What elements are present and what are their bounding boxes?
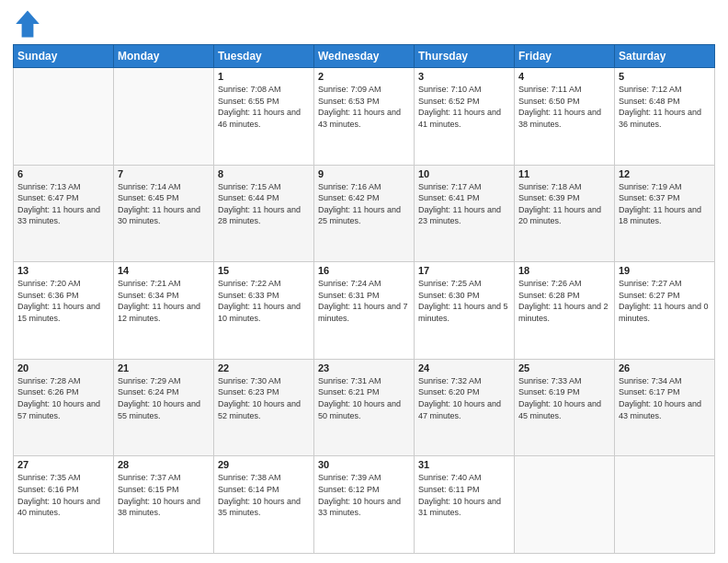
day-number: 16 [318,265,410,276]
day-cell: 6Sunrise: 7:13 AM Sunset: 6:47 PM Daylig… [14,165,114,262]
day-cell: 27Sunrise: 7:35 AM Sunset: 6:16 PM Dayli… [14,456,114,554]
day-cell: 1Sunrise: 7:08 AM Sunset: 6:55 PM Daylig… [214,68,314,166]
header-cell-monday: Monday [114,45,214,68]
day-info: Sunrise: 7:13 AM Sunset: 6:47 PM Dayligh… [17,181,109,227]
logo-icon [13,9,42,39]
day-info: Sunrise: 7:10 AM Sunset: 6:52 PM Dayligh… [418,84,510,130]
day-cell: 24Sunrise: 7:32 AM Sunset: 6:20 PM Dayli… [415,359,515,456]
day-number: 23 [318,362,410,373]
day-cell: 26Sunrise: 7:34 AM Sunset: 6:17 PM Dayli… [615,359,715,456]
day-info: Sunrise: 7:40 AM Sunset: 6:11 PM Dayligh… [418,472,510,518]
day-number: 26 [619,362,711,373]
day-cell: 3Sunrise: 7:10 AM Sunset: 6:52 PM Daylig… [415,68,515,166]
day-info: Sunrise: 7:12 AM Sunset: 6:48 PM Dayligh… [619,84,711,130]
day-number: 19 [619,265,711,276]
day-number: 28 [118,459,210,470]
day-number: 31 [418,459,510,470]
day-number: 12 [619,168,711,179]
day-number: 22 [218,362,310,373]
day-cell: 31Sunrise: 7:40 AM Sunset: 6:11 PM Dayli… [415,456,515,554]
day-cell: 17Sunrise: 7:25 AM Sunset: 6:30 PM Dayli… [415,262,515,360]
svg-marker-0 [16,11,40,38]
day-info: Sunrise: 7:19 AM Sunset: 6:37 PM Dayligh… [619,181,711,227]
day-number: 27 [17,459,109,470]
day-info: Sunrise: 7:38 AM Sunset: 6:14 PM Dayligh… [218,472,310,518]
week-row-5: 27Sunrise: 7:35 AM Sunset: 6:16 PM Dayli… [14,456,715,554]
day-cell: 10Sunrise: 7:17 AM Sunset: 6:41 PM Dayli… [415,165,515,262]
day-info: Sunrise: 7:26 AM Sunset: 6:28 PM Dayligh… [518,278,610,324]
calendar-table: SundayMondayTuesdayWednesdayThursdayFrid… [13,44,715,554]
day-number: 21 [118,362,210,373]
day-cell: 9Sunrise: 7:16 AM Sunset: 6:42 PM Daylig… [314,165,415,262]
day-info: Sunrise: 7:30 AM Sunset: 6:23 PM Dayligh… [218,375,310,421]
header-cell-thursday: Thursday [415,45,515,68]
day-number: 7 [118,168,210,179]
day-cell: 15Sunrise: 7:22 AM Sunset: 6:33 PM Dayli… [214,262,314,360]
logo [13,9,46,39]
day-info: Sunrise: 7:31 AM Sunset: 6:21 PM Dayligh… [318,375,410,421]
day-number: 10 [418,168,510,179]
day-cell: 11Sunrise: 7:18 AM Sunset: 6:39 PM Dayli… [515,165,615,262]
header-cell-sunday: Sunday [14,45,114,68]
day-number: 5 [619,71,711,82]
day-info: Sunrise: 7:15 AM Sunset: 6:44 PM Dayligh… [218,181,310,227]
page: SundayMondayTuesdayWednesdayThursdayFrid… [0,0,728,563]
day-info: Sunrise: 7:29 AM Sunset: 6:24 PM Dayligh… [118,375,210,421]
day-cell [114,68,214,166]
calendar-header: SundayMondayTuesdayWednesdayThursdayFrid… [14,45,715,68]
day-cell: 22Sunrise: 7:30 AM Sunset: 6:23 PM Dayli… [214,359,314,456]
day-cell: 29Sunrise: 7:38 AM Sunset: 6:14 PM Dayli… [214,456,314,554]
day-cell: 4Sunrise: 7:11 AM Sunset: 6:50 PM Daylig… [515,68,615,166]
day-info: Sunrise: 7:18 AM Sunset: 6:39 PM Dayligh… [518,181,610,227]
day-number: 18 [518,265,610,276]
day-number: 6 [17,168,109,179]
day-cell: 25Sunrise: 7:33 AM Sunset: 6:19 PM Dayli… [515,359,615,456]
day-cell: 20Sunrise: 7:28 AM Sunset: 6:26 PM Dayli… [14,359,114,456]
day-cell: 7Sunrise: 7:14 AM Sunset: 6:45 PM Daylig… [114,165,214,262]
day-info: Sunrise: 7:37 AM Sunset: 6:15 PM Dayligh… [118,472,210,518]
day-number: 30 [318,459,410,470]
day-cell: 12Sunrise: 7:19 AM Sunset: 6:37 PM Dayli… [615,165,715,262]
day-cell: 18Sunrise: 7:26 AM Sunset: 6:28 PM Dayli… [515,262,615,360]
day-info: Sunrise: 7:14 AM Sunset: 6:45 PM Dayligh… [118,181,210,227]
day-info: Sunrise: 7:20 AM Sunset: 6:36 PM Dayligh… [17,278,109,324]
day-info: Sunrise: 7:08 AM Sunset: 6:55 PM Dayligh… [218,84,310,130]
header-cell-friday: Friday [515,45,615,68]
day-info: Sunrise: 7:27 AM Sunset: 6:27 PM Dayligh… [619,278,711,324]
day-cell: 21Sunrise: 7:29 AM Sunset: 6:24 PM Dayli… [114,359,214,456]
day-info: Sunrise: 7:24 AM Sunset: 6:31 PM Dayligh… [318,278,410,324]
day-number: 14 [118,265,210,276]
day-number: 20 [17,362,109,373]
day-info: Sunrise: 7:25 AM Sunset: 6:30 PM Dayligh… [418,278,510,324]
header-cell-wednesday: Wednesday [314,45,415,68]
day-number: 11 [518,168,610,179]
day-cell: 30Sunrise: 7:39 AM Sunset: 6:12 PM Dayli… [314,456,415,554]
day-info: Sunrise: 7:22 AM Sunset: 6:33 PM Dayligh… [218,278,310,324]
day-number: 3 [418,71,510,82]
day-number: 17 [418,265,510,276]
week-row-2: 6Sunrise: 7:13 AM Sunset: 6:47 PM Daylig… [14,165,715,262]
day-info: Sunrise: 7:28 AM Sunset: 6:26 PM Dayligh… [17,375,109,421]
day-number: 1 [218,71,310,82]
day-cell: 5Sunrise: 7:12 AM Sunset: 6:48 PM Daylig… [615,68,715,166]
day-cell: 23Sunrise: 7:31 AM Sunset: 6:21 PM Dayli… [314,359,415,456]
week-row-3: 13Sunrise: 7:20 AM Sunset: 6:36 PM Dayli… [14,262,715,360]
day-info: Sunrise: 7:39 AM Sunset: 6:12 PM Dayligh… [318,472,410,518]
day-info: Sunrise: 7:16 AM Sunset: 6:42 PM Dayligh… [318,181,410,227]
day-number: 29 [218,459,310,470]
day-info: Sunrise: 7:11 AM Sunset: 6:50 PM Dayligh… [518,84,610,130]
day-info: Sunrise: 7:09 AM Sunset: 6:53 PM Dayligh… [318,84,410,130]
day-number: 2 [318,71,410,82]
day-number: 25 [518,362,610,373]
day-info: Sunrise: 7:21 AM Sunset: 6:34 PM Dayligh… [118,278,210,324]
day-number: 8 [218,168,310,179]
day-cell: 19Sunrise: 7:27 AM Sunset: 6:27 PM Dayli… [615,262,715,360]
day-info: Sunrise: 7:35 AM Sunset: 6:16 PM Dayligh… [17,472,109,518]
day-number: 15 [218,265,310,276]
day-cell: 16Sunrise: 7:24 AM Sunset: 6:31 PM Dayli… [314,262,415,360]
header-row: SundayMondayTuesdayWednesdayThursdayFrid… [14,45,715,68]
day-number: 13 [17,265,109,276]
day-cell: 2Sunrise: 7:09 AM Sunset: 6:53 PM Daylig… [314,68,415,166]
day-cell: 14Sunrise: 7:21 AM Sunset: 6:34 PM Dayli… [114,262,214,360]
day-cell: 28Sunrise: 7:37 AM Sunset: 6:15 PM Dayli… [114,456,214,554]
